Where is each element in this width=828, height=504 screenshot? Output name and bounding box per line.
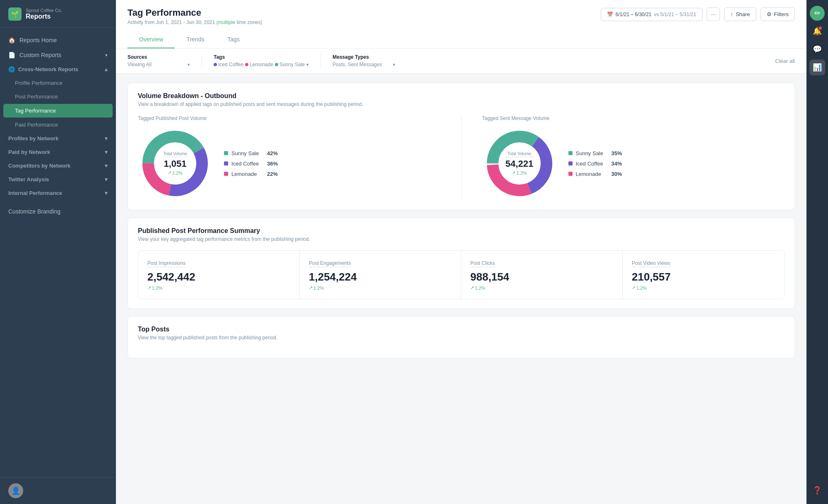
stat-post-engagements: Post Engagements 1,254,224 ↗ 1.2% — [300, 251, 461, 299]
main-content: Tag Performance Activity from Jun 1, 202… — [116, 0, 806, 504]
chevron-down-icon: ▾ — [105, 163, 108, 169]
top-posts-subtitle: View the top tagged published posts from… — [138, 335, 785, 341]
sidebar-item-profile-performance[interactable]: Profile Performance — [0, 76, 116, 90]
chevron-down-icon: ▾ — [105, 149, 108, 155]
multiple-timezones-link[interactable]: multiple — [218, 19, 235, 25]
charts-row: Tagged Published Post Volume — [138, 115, 785, 201]
filter-icon: ⚙ — [767, 11, 772, 17]
tags-filter[interactable]: Tags Iced Coffee Lemonade Sunny Sale ▾ — [214, 54, 321, 67]
message-types-label: Message Types — [332, 54, 395, 60]
brand-icon: 🌱 — [8, 7, 22, 21]
sent-chart: Total Volume 54,221 ↗ 1.2% — [482, 126, 785, 201]
published-chart: Total Volume 1,051 ↗ 1.2% — [138, 126, 440, 201]
content-header: Tag Performance Activity from Jun 1, 202… — [116, 0, 806, 48]
legend-dot — [568, 161, 573, 166]
stat-change: ↗ 1.2% — [147, 285, 290, 290]
stat-value: 988,154 — [470, 271, 613, 283]
chevron-down-icon: ▾ — [105, 135, 108, 142]
legend-dot — [224, 151, 228, 155]
stat-change: ↗ 1.2% — [632, 285, 775, 290]
sidebar-section-label: Cross-Network Reports — [18, 66, 78, 72]
compose-button[interactable]: ✏ — [810, 6, 825, 21]
legend-dot — [224, 172, 228, 176]
published-chart-title: Tagged Published Post Volume — [138, 115, 440, 121]
legend-item: Sunny Sale 35% — [568, 150, 622, 156]
tab-overview[interactable]: Overview — [128, 31, 175, 48]
sidebar-item-paid-by-network[interactable]: Paid by Network ▾ — [0, 145, 116, 159]
tag-dot — [214, 63, 217, 66]
tab-trends[interactable]: Trends — [175, 31, 216, 48]
tag-sunny-sale: Sunny Sale — [275, 62, 305, 67]
page-title: Tag Performance — [128, 7, 262, 18]
chevron-down-icon: ▾ — [105, 53, 108, 58]
tag-dot — [245, 63, 248, 66]
filters-button[interactable]: ⚙ Filters — [761, 7, 795, 21]
sidebar-item-tag-performance[interactable]: Tag Performance — [3, 104, 113, 118]
brand-company: Sprout Coffee Co. — [26, 8, 62, 13]
stats-row: Post Impressions 2,542,442 ↗ 1.2% Post E… — [138, 250, 785, 299]
sent-donut: Total Volume 54,221 ↗ 1.2% — [482, 126, 557, 201]
avatar[interactable]: 👤 — [8, 483, 23, 498]
stat-post-impressions: Post Impressions 2,542,442 ↗ 1.2% — [138, 251, 300, 299]
message-types-filter[interactable]: Message Types Posts, Sent Messages ▾ — [332, 54, 407, 67]
paid-by-network-label: Paid by Network — [8, 149, 50, 155]
sidebar-footer: 👤 — [0, 477, 116, 504]
published-chart-section: Tagged Published Post Volume — [138, 115, 440, 201]
file-icon: 📄 — [8, 52, 15, 58]
sent-donut-center: Total Volume 54,221 ↗ 1.2% — [505, 151, 533, 175]
filters-label: Filters — [774, 11, 789, 17]
stat-post-clicks: Post Clicks 988,154 ↗ 1.2% — [461, 251, 623, 299]
sidebar-item-competitors-by-network[interactable]: Competitors by Network ▾ — [0, 159, 116, 173]
sent-total-value: 54,221 — [505, 159, 533, 169]
sources-value: Viewing All ▾ — [128, 62, 190, 67]
sidebar-item-twitter-analysis[interactable]: Twitter Analysis ▾ — [0, 173, 116, 186]
performance-summary-title: Published Post Performance Summary — [138, 227, 785, 235]
reports-button[interactable]: 📊 — [809, 60, 825, 75]
sent-total-label: Total Volume — [505, 151, 533, 157]
message-types-value: Posts, Sent Messages ▾ — [332, 62, 395, 67]
sidebar-item-post-performance[interactable]: Post Performance — [0, 90, 116, 103]
arrow-up-icon: ↗ — [470, 285, 474, 290]
sent-chart-title: Tagged Sent Message Volume — [482, 115, 785, 121]
publishing-button[interactable]: ❓ — [809, 482, 825, 498]
sidebar: 🌱 Sprout Coffee Co. Reports 🏠 Reports Ho… — [0, 0, 116, 504]
tag-lemonade: Lemonade — [245, 62, 273, 67]
published-change: ↗ 1.2% — [163, 170, 187, 175]
stat-change: ↗ 1.2% — [309, 285, 452, 290]
sidebar-item-paid-performance[interactable]: Paid Performance — [0, 118, 116, 132]
sidebar-item-custom-reports[interactable]: 📄 Custom Reports ▾ — [0, 48, 116, 62]
filters-bar: Sources Viewing All ▾ Tags Iced Coffee L… — [116, 48, 806, 74]
chevron-down-icon: ▾ — [393, 62, 395, 67]
volume-breakdown-title: Volume Breakdown - Outbound — [138, 92, 785, 100]
sidebar-section-cross-network[interactable]: 🌐 Cross-Network Reports ▴ — [0, 62, 116, 76]
date-range-value: 6/1/21 – 6/30/21 — [616, 12, 652, 17]
sidebar-item-profiles-by-network[interactable]: Profiles by Network ▾ — [0, 132, 116, 145]
volume-breakdown-subtitle: View a breakdown of applied tags on publ… — [138, 101, 785, 107]
date-range-button[interactable]: 📅 6/1/21 – 6/30/21 vs 5/1/21 – 5/31/21 — [601, 8, 703, 21]
tab-tags[interactable]: Tags — [216, 31, 251, 48]
header-top: Tag Performance Activity from Jun 1, 202… — [128, 7, 795, 25]
post-performance-label: Post Performance — [15, 94, 58, 100]
clear-all-button[interactable]: Clear all — [775, 58, 795, 64]
chevron-down-icon: ▾ — [105, 176, 108, 182]
vs-range: vs 5/1/21 – 5/31/21 — [654, 12, 696, 17]
sidebar-header: 🌱 Sprout Coffee Co. Reports — [0, 0, 116, 28]
tabs-nav: Overview Trends Tags — [128, 31, 795, 48]
profile-performance-label: Profile Performance — [15, 80, 63, 86]
sources-filter[interactable]: Sources Viewing All ▾ — [128, 54, 202, 67]
sent-change: ↗ 1.2% — [505, 170, 533, 175]
profiles-by-network-label: Profiles by Network — [8, 135, 58, 142]
more-options-button[interactable]: ··· — [707, 7, 720, 21]
page-info: Tag Performance Activity from Jun 1, 202… — [128, 7, 262, 25]
notifications-button[interactable]: 🔔 — [809, 23, 825, 39]
sidebar-item-customize-branding[interactable]: Customize Branding — [0, 204, 116, 219]
share-button[interactable]: ↑ Share — [724, 7, 756, 21]
sidebar-item-internal-performance[interactable]: Internal Performance ▾ — [0, 186, 116, 200]
stat-label: Post Engagements — [309, 260, 351, 267]
icon-rail: ✏ 🔔 💬 📊 ❓ — [806, 0, 828, 504]
sidebar-item-reports-home[interactable]: 🏠 Reports Home — [0, 33, 116, 48]
stat-change: ↗ 1.2% — [470, 285, 613, 290]
arrow-up-icon: ↗ — [168, 170, 171, 175]
stat-value: 1,254,224 — [309, 271, 452, 283]
comments-button[interactable]: 💬 — [809, 41, 825, 57]
